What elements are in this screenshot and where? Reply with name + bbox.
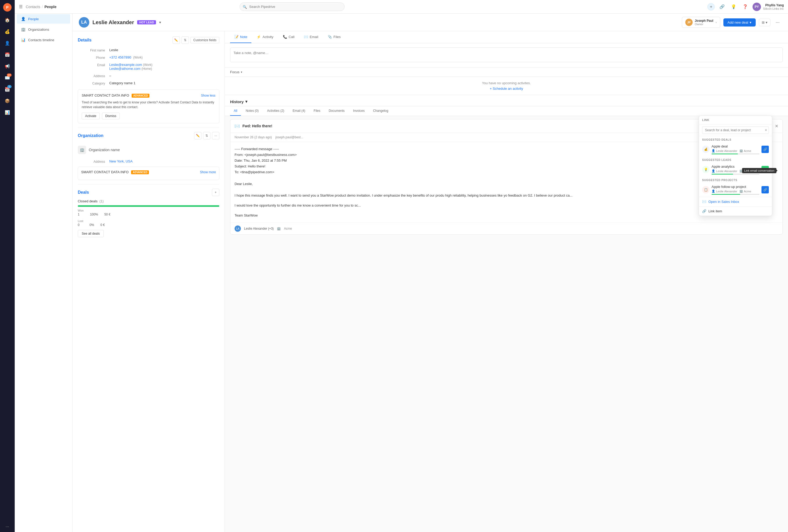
deals-title: Deals	[78, 190, 89, 195]
breadcrumb-separator: /	[42, 5, 43, 9]
more-actions-btn[interactable]: ···	[773, 19, 782, 26]
person-dropdown-btn[interactable]: ▾	[159, 20, 161, 24]
add-deal-icon-btn[interactable]: +	[212, 189, 219, 196]
link-project-btn-followup[interactable]: 🔗	[762, 186, 769, 193]
detail-label-phone: Phone	[78, 55, 109, 60]
view-toggle-btn[interactable]: ⊞ ▾	[759, 19, 770, 26]
sidebar-item-contacts-timeline[interactable]: 📊 Contacts timeline	[17, 35, 70, 45]
nav-home[interactable]: 🏠	[2, 15, 13, 25]
open-in-sales-inbox-btn[interactable]: ✉️ Open in Sales Inbox	[699, 197, 772, 206]
filter-changelog[interactable]: Changelog	[369, 106, 392, 116]
icon-sidebar: P 🏠 💰 👤 📅 📢 ✉️ 27 📆 1 📦 📊 ···	[0, 0, 15, 532]
show-more-link[interactable]: Show more	[200, 170, 216, 174]
tab-email[interactable]: ✉️ Email	[300, 31, 322, 43]
link-dropdown: LINK ✕ SUGGESTED DEALS 💰 Apple deal 👤 Le…	[699, 116, 772, 216]
email-link-2[interactable]: Leslie@athome.com	[109, 67, 140, 70]
breadcrumb-parent[interactable]: Contacts	[26, 5, 40, 9]
link-item-row[interactable]: 🔗 Link item	[699, 206, 772, 216]
deals-progress-bar	[78, 205, 219, 207]
person-header-actions: JP Joseph Paul Owner ▾ Add new deal ▾ ⊞ …	[682, 17, 782, 28]
dismiss-btn[interactable]: Dismiss	[102, 112, 120, 119]
history-header[interactable]: History ▾	[225, 95, 788, 106]
add-deal-dropdown-icon: ▾	[750, 20, 751, 24]
tabs-bar: 📝 Note ⚡ Activity 📞 Call	[225, 31, 788, 43]
detail-label-category: Category	[78, 81, 109, 85]
help-icon[interactable]: ❓	[741, 3, 749, 11]
nav-contacts[interactable]: 👤	[2, 38, 13, 48]
user-avatar-wrap[interactable]: PY Phyllis Yang Silicon Links Inc	[752, 3, 784, 11]
reorder-org-btn[interactable]: ⇅	[203, 132, 211, 139]
tab-activity[interactable]: ⚡ Activity	[252, 31, 277, 43]
tab-note[interactable]: 📝 Note	[230, 31, 251, 43]
sidebar-item-people[interactable]: 👤 People	[17, 14, 70, 24]
focus-label: Focus	[230, 70, 239, 74]
call-tab-icon: 📞	[283, 35, 287, 39]
nav-campaigns[interactable]: 📢	[2, 61, 13, 71]
customize-fields-btn[interactable]: Customize fields	[191, 37, 219, 43]
people-icon: 👤	[21, 17, 25, 21]
nav-mail[interactable]: ✉️ 27	[2, 73, 13, 83]
person-icon-1: 👤	[712, 149, 715, 152]
integrations-icon[interactable]: 🔗	[718, 3, 726, 11]
reorder-btn[interactable]: ⇅	[181, 37, 189, 44]
link-search-clear[interactable]: ✕	[765, 128, 767, 132]
search-input[interactable]	[239, 2, 344, 11]
hamburger-menu[interactable]: ☰	[19, 4, 23, 9]
bulb-icon[interactable]: 💡	[729, 3, 738, 11]
focus-bar[interactable]: Focus ▾	[225, 67, 788, 77]
nav-products[interactable]: 📦	[2, 96, 13, 106]
schedule-activity-link[interactable]: + Schedule an activity	[230, 87, 783, 90]
owner-select[interactable]: JP Joseph Paul Owner ▾	[682, 17, 720, 28]
filter-invoices[interactable]: Invoices	[349, 106, 368, 116]
smart-advanced-badge-2: ADVANCED	[131, 170, 149, 174]
edit-org-btn[interactable]: ✏️	[194, 132, 201, 139]
sidebar-item-organizations[interactable]: 🏢 Organizations	[17, 25, 70, 34]
email-link-1[interactable]: Leslie@example.com	[109, 63, 142, 67]
activate-btn[interactable]: Activate	[82, 112, 100, 119]
filter-files[interactable]: Files	[310, 106, 324, 116]
nav-activities[interactable]: 📅	[2, 49, 13, 60]
email-type-2: (Home)	[142, 67, 152, 70]
nav-deals[interactable]: 💰	[2, 26, 13, 37]
stat-won: Won 1	[78, 209, 83, 216]
detail-email: Email Leslie@example.com(Work) Leslie@at…	[78, 63, 219, 70]
add-deal-button[interactable]: Add new deal ▾	[723, 18, 756, 26]
filter-documents[interactable]: Documents	[325, 106, 348, 116]
person-icon-2: 👤	[712, 169, 715, 173]
filter-all[interactable]: All	[230, 106, 241, 116]
email-envelope-icon: ✉️	[235, 124, 240, 129]
see-all-deals-btn[interactable]: See all deals	[78, 230, 104, 237]
more-org-btn[interactable]: ···	[212, 132, 219, 139]
filter-activities[interactable]: Activities (2)	[263, 106, 288, 116]
inbox-icon: ✉️	[702, 200, 706, 204]
note-area	[225, 43, 788, 67]
filter-notes[interactable]: Notes (0)	[242, 106, 262, 116]
stat-won-val-label	[104, 209, 110, 212]
link-search-input[interactable]	[702, 126, 769, 134]
phone-link[interactable]: +372 4567890	[109, 55, 131, 59]
org-address-value[interactable]: New York, USA	[109, 159, 219, 163]
filter-email[interactable]: Email (4)	[289, 106, 309, 116]
show-less-link[interactable]: Show less	[201, 94, 215, 97]
breadcrumb-current: People	[44, 5, 57, 9]
nav-reports[interactable]: 📊	[2, 107, 13, 118]
smart-title-text: SMART CONTACT DATA INFO	[82, 94, 129, 97]
app-logo[interactable]: P	[3, 3, 12, 12]
email-close-btn[interactable]: ✕	[775, 124, 778, 129]
deals-header: Deals +	[78, 189, 219, 196]
link-project-item-followup[interactable]: 📋 Apple follow-up project 👤 Leslie Alexa…	[699, 183, 772, 197]
add-button[interactable]: +	[707, 3, 715, 11]
note-textarea[interactable]	[230, 47, 783, 62]
user-company: Silicon Links Inc	[763, 7, 784, 10]
link-deal-item-apple[interactable]: 💰 Apple deal 👤 Leslie Alexander 🏢 Acme 🔗	[699, 142, 772, 157]
org-name-text[interactable]: Organization name	[89, 148, 120, 152]
tab-files[interactable]: 📎 Files	[323, 31, 345, 43]
org-address-row: Address New York, USA	[78, 159, 219, 164]
edit-details-btn[interactable]: ✏️	[173, 37, 180, 44]
link-deal-btn-apple[interactable]: 🔗	[762, 146, 769, 153]
nav-more[interactable]: ···	[2, 521, 13, 532]
main-content: LA Leslie Alexander HOT LEAD ▾ JP Joseph…	[73, 14, 788, 532]
nav-calendar[interactable]: 📆 1	[2, 84, 13, 95]
tab-call[interactable]: 📞 Call	[279, 31, 299, 43]
sidebar-label-organizations: Organizations	[28, 27, 49, 32]
